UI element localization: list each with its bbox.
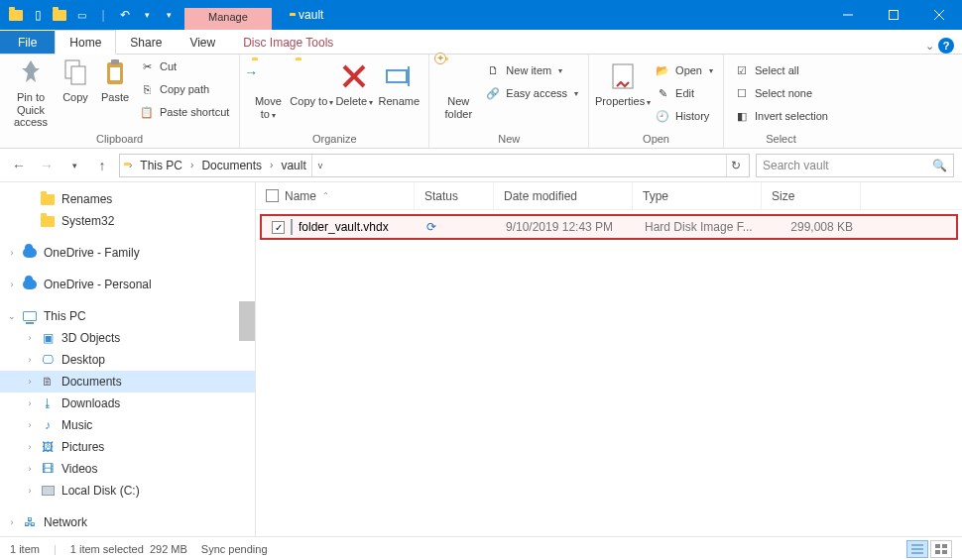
paste-shortcut-button[interactable]: 📋Paste shortcut: [139, 102, 229, 122]
column-status[interactable]: Status: [415, 182, 494, 209]
move-to-button[interactable]: → Move to▾: [246, 58, 290, 122]
select-all-button[interactable]: ☑Select all: [734, 60, 828, 80]
expand-icon[interactable]: ›: [24, 333, 36, 343]
properties-button[interactable]: Properties▾: [595, 58, 651, 110]
pin-to-quick-access-button[interactable]: Pin to Quick access: [6, 55, 56, 131]
tree-item-videos[interactable]: ›🎞Videos: [0, 458, 255, 480]
tree-item-renames[interactable]: Renames: [0, 188, 255, 210]
rename-icon: [383, 60, 415, 92]
maximize-button[interactable]: [871, 0, 916, 30]
select-all-checkbox[interactable]: [266, 189, 279, 202]
new-folder-button[interactable]: ✦ New folder: [435, 58, 481, 122]
collapse-icon[interactable]: ⌄: [6, 311, 18, 321]
new-item-icon: 🗋: [485, 62, 501, 78]
copy-path-button[interactable]: ⎘Copy path: [139, 79, 229, 99]
help-icon[interactable]: ?: [938, 38, 954, 54]
close-button[interactable]: [916, 0, 962, 30]
qat-undo-icon[interactable]: ↶: [117, 7, 133, 23]
quick-access-toolbar: ▯ ▭ | ↶ ▾ ▾: [0, 7, 184, 23]
navigation-pane[interactable]: Renames System32 ›OneDrive - Family ›One…: [0, 182, 256, 536]
svg-rect-8: [110, 67, 120, 80]
chevron-right-icon[interactable]: ›: [267, 160, 276, 170]
minimize-button[interactable]: [825, 0, 871, 30]
tree-item-this-pc[interactable]: ⌄This PC: [0, 305, 255, 327]
navigation-row: ← → ▾ ↑ › This PC › Documents › vault v …: [0, 149, 962, 182]
search-box[interactable]: Search vault 🔍: [756, 154, 954, 177]
invert-selection-icon: ◧: [734, 108, 750, 124]
up-button[interactable]: ↑: [91, 155, 113, 176]
file-row[interactable]: ✓ folder_vault.vhdx ⟳ 9/10/2019 12:43 PM…: [260, 214, 958, 240]
new-item-button[interactable]: 🗋New item▾: [485, 60, 578, 80]
tree-item-pictures[interactable]: ›🖼Pictures: [0, 436, 255, 458]
expand-icon[interactable]: ›: [24, 377, 36, 387]
qat-item[interactable]: ▭: [73, 7, 89, 23]
edit-button[interactable]: ✎Edit: [655, 83, 713, 103]
qat-dropdown-icon[interactable]: ▾: [139, 7, 155, 23]
expand-icon[interactable]: ›: [6, 517, 18, 527]
ribbon-group-open: Properties▾ 📂Open▾ ✎Edit 🕘History Open: [589, 55, 724, 148]
expand-icon[interactable]: ›: [24, 420, 36, 430]
tree-item-onedrive-personal[interactable]: ›OneDrive - Personal: [0, 274, 255, 295]
column-type[interactable]: Type: [633, 182, 762, 209]
copy-button[interactable]: Copy: [56, 55, 95, 106]
column-headers: Name⌃ Status Date modified Type Size: [256, 182, 962, 210]
address-dropdown-icon[interactable]: v: [311, 155, 329, 176]
tree-item-local-disk[interactable]: ›Local Disk (C:): [0, 480, 255, 502]
history-button[interactable]: 🕘History: [655, 106, 713, 126]
search-placeholder: Search vault: [763, 159, 829, 172]
search-icon[interactable]: 🔍: [932, 159, 947, 172]
expand-icon[interactable]: ›: [24, 464, 36, 474]
expand-icon[interactable]: ›: [6, 280, 18, 289]
cut-button[interactable]: ✂Cut: [139, 56, 229, 76]
tree-item-3d-objects[interactable]: ›▣3D Objects: [0, 327, 255, 349]
paste-button[interactable]: Paste: [95, 55, 135, 106]
select-none-button[interactable]: ☐Select none: [734, 83, 828, 103]
tab-home[interactable]: Home: [55, 30, 116, 55]
expand-icon[interactable]: ›: [24, 442, 36, 452]
rename-button[interactable]: Rename: [375, 58, 422, 110]
column-name[interactable]: Name⌃: [256, 182, 415, 209]
forward-button[interactable]: →: [36, 155, 58, 176]
delete-button[interactable]: Delete▾: [333, 58, 375, 110]
details-view-button[interactable]: [906, 540, 928, 558]
back-button[interactable]: ←: [8, 155, 30, 176]
breadcrumb-segment[interactable]: vault: [278, 159, 308, 172]
tree-item-system32[interactable]: System32: [0, 210, 255, 232]
refresh-button[interactable]: ↻: [726, 155, 745, 176]
qat-item[interactable]: [52, 7, 67, 23]
easy-access-button[interactable]: 🔗Easy access▾: [485, 83, 578, 103]
tab-disc-image-tools[interactable]: Disc Image Tools: [229, 31, 347, 54]
chevron-right-icon[interactable]: ›: [126, 160, 135, 170]
expand-icon[interactable]: ›: [24, 398, 36, 408]
move-to-icon: →: [252, 60, 284, 92]
tree-item-desktop[interactable]: ›🖵Desktop: [0, 349, 255, 371]
tree-item-documents[interactable]: ›🗎Documents: [0, 371, 255, 392]
breadcrumb-segment[interactable]: This PC: [137, 159, 185, 172]
tree-item-network[interactable]: ›🖧Network: [0, 511, 255, 533]
cloud-icon: [22, 277, 38, 292]
delete-icon: [338, 60, 370, 92]
tree-item-music[interactable]: ›♪Music: [0, 414, 255, 436]
qat-item[interactable]: ▯: [30, 7, 46, 23]
recent-locations-button[interactable]: ▾: [63, 155, 85, 176]
new-folder-icon: ✦: [442, 60, 474, 92]
main-area: Renames System32 ›OneDrive - Family ›One…: [0, 182, 962, 536]
expand-icon[interactable]: ›: [24, 355, 36, 365]
file-list[interactable]: Name⌃ Status Date modified Type Size ✓ f…: [256, 182, 962, 536]
thumbnails-view-button[interactable]: [930, 540, 952, 558]
column-size[interactable]: Size: [762, 182, 861, 209]
expand-icon[interactable]: ›: [24, 486, 36, 496]
expand-icon[interactable]: ›: [6, 248, 18, 258]
breadcrumb-segment[interactable]: Documents: [198, 159, 265, 172]
qat-overflow[interactable]: ▾: [161, 7, 177, 23]
tree-item-downloads[interactable]: ›⭳Downloads: [0, 392, 255, 414]
collapse-ribbon-icon[interactable]: ⌄: [925, 40, 934, 53]
column-date[interactable]: Date modified: [494, 182, 633, 209]
chevron-right-icon[interactable]: ›: [187, 160, 196, 170]
copy-to-button[interactable]: Copy to▾: [290, 58, 333, 110]
row-checkbox[interactable]: ✓: [272, 221, 285, 234]
tree-item-onedrive-family[interactable]: ›OneDrive - Family: [0, 242, 255, 264]
open-button[interactable]: 📂Open▾: [655, 60, 713, 80]
address-bar[interactable]: › This PC › Documents › vault v ↻: [119, 154, 750, 177]
invert-selection-button[interactable]: ◧Invert selection: [734, 106, 828, 126]
